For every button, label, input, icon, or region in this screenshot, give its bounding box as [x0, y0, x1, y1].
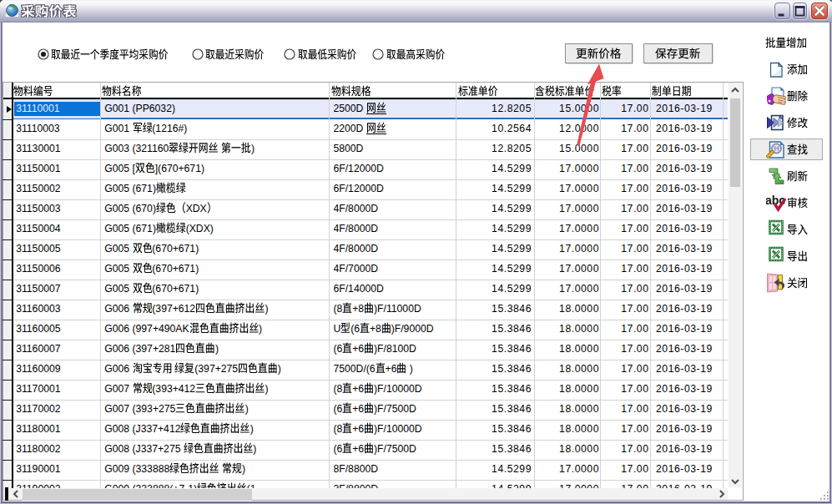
- svg-text:H: H: [774, 144, 779, 153]
